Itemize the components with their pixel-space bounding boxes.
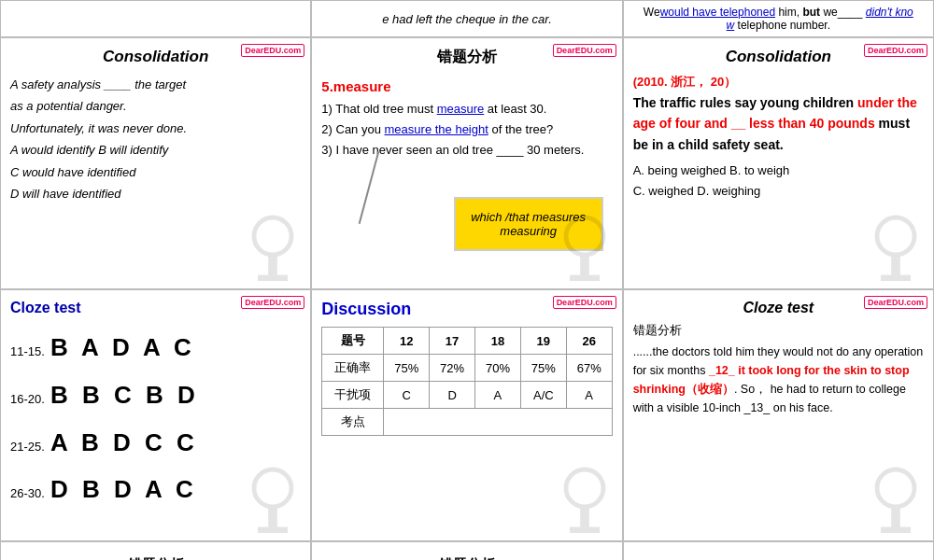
svg-point-12 <box>566 469 603 507</box>
svg-rect-5 <box>570 275 600 281</box>
cloze-range-1: 11-15. <box>10 341 45 362</box>
th-17: 17 <box>430 328 475 355</box>
cuoti-1-body: 5.measure 1) That old tree must measure … <box>321 75 612 161</box>
disc-row2-v1: C <box>384 382 430 409</box>
disc-row1-v4: 75% <box>520 355 566 382</box>
main-grid: DearEDU.com Consolidation A safety analy… <box>0 37 934 541</box>
c1-line-1: A safety analysis ____ the target <box>10 74 301 95</box>
consolidation-1-body: A safety analysis ____ the target as a p… <box>10 74 301 204</box>
top-cell-2: e had left the cheque in the car. <box>311 0 622 37</box>
cloze-range-2: 16-20. <box>10 388 45 410</box>
watermark-2 <box>547 214 622 288</box>
svg-rect-14 <box>570 527 600 533</box>
watermark-5 <box>547 466 622 540</box>
top-text-2: e had left the cheque in the car. <box>382 12 552 26</box>
disc-row1-label: 正确率 <box>322 355 384 382</box>
top-text-3: Wewould have telephoned him, but we____ … <box>644 6 913 32</box>
disc-row2-v4: A/C <box>520 382 566 409</box>
disc-row2-label: 干扰项 <box>322 382 384 409</box>
cell-consolidation-2: DearEDU.com Consolidation (2010. 浙江， 20）… <box>623 37 934 289</box>
dearedu-logo-2: DearEDU.com <box>553 44 616 57</box>
disc-row2-v3: A <box>475 382 521 409</box>
bottom-label-1: 错题分析 <box>128 556 184 561</box>
main-layout: e had left the cheque in the car. Wewoul… <box>0 0 934 560</box>
th-12: 12 <box>384 328 430 355</box>
dearedu-logo-1: DearEDU.com <box>241 44 304 57</box>
cuoti-num: 5.measure <box>321 75 612 99</box>
svg-rect-17 <box>881 527 911 533</box>
options-line-1: A. being weighed B. to weigh <box>633 161 924 181</box>
th-label: 题号 <box>322 328 384 355</box>
options-line-2: C. weighed D. weighing <box>633 181 924 202</box>
disc-row-1: 正确率 75% 72% 70% 75% 67% <box>322 355 612 382</box>
top-cell-1 <box>0 0 311 37</box>
cloze-ans-2: B B C B D <box>50 373 199 417</box>
disc-row3-label: 考点 <box>322 409 384 436</box>
svg-rect-7 <box>891 255 900 277</box>
cloze-range-4: 26-30. <box>10 483 45 504</box>
cloze-ans-1: B A D A C <box>50 326 195 370</box>
bottom-cell-1: 错题分析 <box>0 541 311 560</box>
c1-line-2: as a potential danger. <box>10 95 301 117</box>
cell-cloze-2: DearEDU.com Cloze test 错题分析 ......the do… <box>623 289 934 541</box>
cloze-2-subheader: 错题分析 <box>633 322 924 339</box>
disc-row1-v5: 67% <box>566 355 612 382</box>
th-18: 18 <box>475 328 521 355</box>
cuoti-s2: 2) Can you measure the height of the tre… <box>321 119 612 140</box>
svg-point-3 <box>566 217 603 255</box>
disc-row3-empty <box>384 409 612 436</box>
c1-line-3: Unfortunately, it was never done. <box>10 118 301 139</box>
disc-row1-v1: 75% <box>384 355 430 382</box>
th-19: 19 <box>520 328 566 355</box>
cloze-range-3: 21-25. <box>10 436 45 457</box>
cloze-row-3: 21-25. A B D C C <box>10 421 301 465</box>
watermark-4 <box>235 466 310 540</box>
discussion-table-header-row: 题号 12 17 18 19 26 <box>322 328 612 355</box>
bottom-label-2: 错题分析 <box>439 556 495 561</box>
watermark-6 <box>858 466 933 540</box>
disc-row2-v2: D <box>430 382 475 409</box>
cell-consolidation-1: DearEDU.com Consolidation A safety analy… <box>0 37 311 289</box>
svg-rect-4 <box>580 255 589 277</box>
disc-row-3: 考点 <box>322 409 612 436</box>
svg-rect-16 <box>891 507 900 529</box>
svg-rect-8 <box>881 275 911 281</box>
disc-row2-v5: A <box>566 382 612 409</box>
svg-rect-1 <box>269 255 278 277</box>
cell-cloze-1: DearEDU.com Cloze test 11-15. B A D A C … <box>0 289 311 541</box>
top-cell-3: Wewould have telephoned him, but we____ … <box>623 0 934 37</box>
main-text: The traffic rules say young children und… <box>633 92 924 155</box>
watermark-1 <box>235 214 310 288</box>
cloze-2-body: ......the doctors told him they would no… <box>633 343 924 417</box>
cuoti-s3: 3) I have never seen an old tree ____ 30… <box>321 140 612 161</box>
svg-point-9 <box>254 469 291 507</box>
discussion-table: 题号 12 17 18 19 26 正确率 75% 72% 70% 75% <box>321 327 612 436</box>
c1-line-5: C would have identified <box>10 161 301 183</box>
bottom-cell-3: One feature is increasingly <box>623 541 934 560</box>
svg-point-15 <box>877 469 914 507</box>
consolidation-2-body: (2010. 浙江， 20） The traffic rules say you… <box>633 72 924 202</box>
svg-point-6 <box>877 217 914 255</box>
cell-discussion-1: DearEDU.com Discussion 题号 12 17 18 19 26… <box>311 289 622 541</box>
svg-rect-13 <box>580 507 589 529</box>
svg-rect-11 <box>258 527 288 533</box>
dearedu-logo-5: DearEDU.com <box>553 296 616 309</box>
dearedu-logo-6: DearEDU.com <box>864 296 927 309</box>
th-26: 26 <box>566 328 612 355</box>
main-text-before: The traffic rules say young children <box>633 95 857 110</box>
disc-row1-v3: 70% <box>475 355 521 382</box>
cloze-row-2: 16-20. B B C B D <box>10 373 301 417</box>
cloze-row-1: 11-15. B A D A C <box>10 326 301 370</box>
dearedu-logo-4: DearEDU.com <box>241 296 304 309</box>
bottom-row: 错题分析 错题分析 One feature is increasingly <box>0 541 934 560</box>
c1-line-6: D will have identified <box>10 183 301 204</box>
cuoti-arrow <box>359 151 380 224</box>
bottom-cell-2: 错题分析 <box>311 541 622 560</box>
watermark-3 <box>858 214 933 288</box>
svg-rect-2 <box>258 275 288 281</box>
disc-row1-v2: 72% <box>430 355 475 382</box>
cell-cuoti-1: DearEDU.com 错题分析 5.measure 1) That old t… <box>311 37 622 289</box>
top-strip-row: e had left the cheque in the car. Wewoul… <box>0 0 934 37</box>
year-label: (2010. 浙江， 20） <box>633 72 924 92</box>
dearedu-logo-3: DearEDU.com <box>864 44 927 57</box>
